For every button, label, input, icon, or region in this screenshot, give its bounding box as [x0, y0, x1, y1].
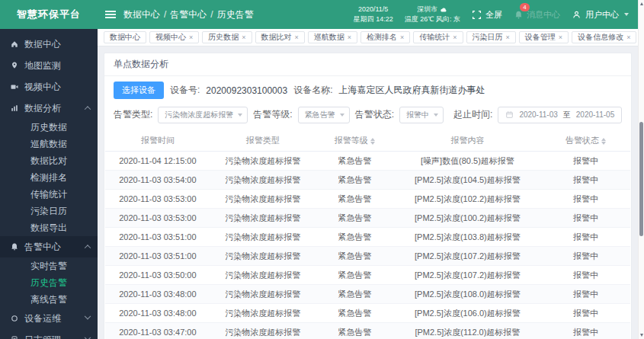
user-center-button[interactable]: 用户中心 — [572, 9, 629, 21]
tab-history-data[interactable]: 历史数据× — [202, 31, 252, 43]
sidebar-item-data-center[interactable]: 数据中心 — [0, 34, 98, 55]
tab-label: 检测排名 — [367, 32, 397, 43]
sidebar-item-alarm-center[interactable]: 告警中心 — [0, 236, 98, 257]
alarm-type-label: 告警类型: — [114, 108, 152, 121]
panel-title: 单点数据分析 — [104, 53, 631, 76]
fullscreen-icon — [472, 10, 482, 20]
alarm-table: 报警时间报警类型报警等级报警内容告警状态 2020-11-04 12:15:00… — [105, 130, 630, 339]
close-icon[interactable]: × — [506, 34, 510, 41]
close-icon[interactable]: × — [400, 34, 404, 41]
tab-detect-rank[interactable]: 检测排名× — [360, 31, 410, 43]
breadcrumb-item: 历史告警 — [217, 8, 254, 21]
select-device-button[interactable]: 选择设备 — [114, 82, 164, 99]
video-icon — [10, 82, 19, 91]
message-center-button[interactable]: 消息中心 4 — [514, 9, 560, 21]
date-range-picker[interactable]: 2020-11-03 至 2020-11-05 — [498, 107, 622, 123]
sidebar-item-detect-rank[interactable]: 检测排名 — [0, 169, 98, 186]
table-cell: [PM2.5]浓度(104.5)超标报警 — [394, 171, 541, 190]
tab-label: 视频中心 — [155, 32, 186, 43]
scroll-down-icon[interactable] — [640, 334, 643, 337]
table-cell: 污染物浓度超标报警 — [210, 152, 316, 171]
column-header-2: 报警类型 — [210, 130, 316, 152]
fullscreen-button[interactable]: 全屏 — [472, 9, 502, 21]
table-row: 2020-11-03 03:53:00污染物浓度超标报警紧急告警[PM2.5]浓… — [105, 190, 630, 209]
chart-icon — [10, 104, 19, 113]
sidebar-item-history-alarm[interactable]: 历史告警 — [0, 274, 98, 291]
table-cell: 2020-11-03 03:48:00 — [105, 304, 210, 323]
end-date-value: 2020-11-05 — [576, 110, 614, 119]
sidebar-item-history-data[interactable]: 历史数据 — [0, 119, 98, 136]
tab-data-compare[interactable]: 数据比对× — [255, 31, 305, 43]
alarm-type-select[interactable]: 污染物浓度超标报警 — [158, 107, 248, 123]
sidebar-item-log-management[interactable]: 日志管理 — [0, 329, 98, 339]
column-header-label: 报警等级 — [335, 136, 368, 145]
analysis-card: 单点数据分析 选择设备 设备号: 2020092303100003 设备名称: … — [104, 53, 632, 339]
table-cell: 污染物浓度超标报警 — [210, 323, 316, 339]
sidebar-item-data-compare[interactable]: 数据比对 — [0, 152, 98, 169]
table-body: 2020-11-04 12:15:00污染物浓度超标报警紧急告警[噪声]数值(8… — [105, 152, 630, 339]
column-header-3[interactable]: 报警等级 — [316, 130, 394, 152]
sidebar-item-transfer-stats[interactable]: 传输统计 — [0, 186, 98, 203]
close-icon[interactable]: × — [348, 34, 351, 41]
table-cell: 报警中 — [541, 266, 630, 285]
close-icon[interactable]: × — [453, 34, 457, 41]
breadcrumb-separator: / — [210, 9, 213, 20]
table-row: 2020-11-03 03:51:00污染物浓度超标报警紧急告警[PM2.5]浓… — [105, 247, 630, 266]
table-cell: 紧急告警 — [316, 266, 394, 285]
tab-data-center[interactable]: 数据中心 — [104, 31, 146, 43]
table-row: 2020-11-03 03:48:00污染物浓度超标报警紧急告警[PM2.5]浓… — [105, 304, 630, 323]
table-cell: 2020-11-03 03:51:00 — [105, 228, 210, 247]
alarm-level-select[interactable]: 紧急告警 — [298, 107, 350, 123]
main-content: 单点数据分析 选择设备 设备号: 2020092303100003 设备名称: … — [98, 46, 638, 339]
sidebar-item-cruise-data[interactable]: 巡航数据 — [0, 136, 98, 152]
sidebar-item-map-monitor[interactable]: 地图监测 — [0, 55, 98, 76]
tab-cruise-data[interactable]: 巡航数据× — [308, 31, 357, 43]
open-tabs-strip: 数据中心视频中心×历史数据×数据比对×巡航数据×检测排名×传输统计×污染日历×设… — [98, 29, 638, 46]
close-icon[interactable]: × — [189, 34, 193, 41]
sidebar-item-pollution-calendar[interactable]: 污染日历 — [0, 203, 98, 219]
column-header-5[interactable]: 告警状态 — [541, 130, 630, 152]
sidebar-item-video-center[interactable]: 视频中心 — [0, 76, 98, 98]
scrollbar-thumb[interactable] — [639, 122, 643, 236]
table-cell: 2020-11-03 03:54:00 — [105, 171, 210, 190]
user-center-label: 用户中心 — [585, 9, 619, 21]
sort-asc-icon[interactable] — [601, 138, 606, 141]
weather-display: 深圳市 温度 26℃ 风向: 东 — [405, 5, 460, 24]
table-cell: 紧急告警 — [316, 171, 394, 190]
sidebar-item-data-analysis[interactable]: 数据分析 — [0, 98, 98, 119]
alarm-status-select[interactable]: 报警中 — [399, 107, 444, 123]
tab-video-center[interactable]: 视频中心× — [149, 31, 199, 43]
close-icon[interactable]: × — [295, 34, 299, 41]
table-cell: 污染物浓度超标报警 — [210, 304, 316, 323]
device-no-value: 2020092303100003 — [206, 85, 287, 96]
app-window: 智慧环保平台 数据中心地图监测视频中心数据分析历史数据巡航数据数据比对检测排名传… — [0, 0, 644, 339]
close-icon[interactable]: × — [242, 34, 245, 41]
sort-desc-icon[interactable] — [370, 142, 375, 145]
table-cell: 紧急告警 — [316, 152, 394, 171]
sidebar-item-offline-alarm[interactable]: 离线告警 — [0, 291, 98, 308]
tab-device-manage[interactable]: 设备管理× — [519, 31, 569, 43]
vertical-scrollbar[interactable] — [638, 0, 644, 339]
close-icon[interactable]: × — [559, 34, 562, 41]
tab-pollution-calendar[interactable]: 污染日历× — [466, 31, 516, 43]
tab-transfer-stats[interactable]: 传输统计× — [413, 31, 463, 43]
sort-icon[interactable] — [370, 138, 375, 145]
sort-asc-icon[interactable] — [370, 138, 375, 141]
breadcrumb-item: 数据中心 — [123, 8, 160, 21]
date-text: 2020/11/5 — [354, 5, 393, 14]
close-icon[interactable]: × — [626, 34, 630, 41]
menu-collapse-icon[interactable] — [105, 11, 116, 18]
tab-device-info-edit[interactable]: 设备信息修改× — [572, 31, 636, 43]
sidebar-item-realtime-alarm[interactable]: 实时告警 — [0, 257, 98, 274]
sidebar-item-label: 设备运维 — [24, 312, 61, 325]
table-cell: [PM2.5]浓度(112.0)超标报警 — [394, 323, 541, 339]
scroll-up-icon[interactable] — [640, 2, 643, 5]
sort-desc-icon[interactable] — [601, 142, 606, 145]
sort-icon[interactable] — [601, 138, 606, 145]
sidebar-item-data-export[interactable]: 数据导出 — [0, 219, 98, 236]
table-row: 2020-11-03 03:48:00污染物浓度超标报警紧急告警[PM2.5]浓… — [105, 285, 630, 304]
table-cell: 2020-11-03 03:48:00 — [105, 285, 210, 304]
notification-badge: 4 — [520, 3, 530, 11]
sidebar-item-label: 日志管理 — [24, 334, 61, 339]
sidebar-item-device-ops[interactable]: 设备运维 — [0, 308, 98, 329]
